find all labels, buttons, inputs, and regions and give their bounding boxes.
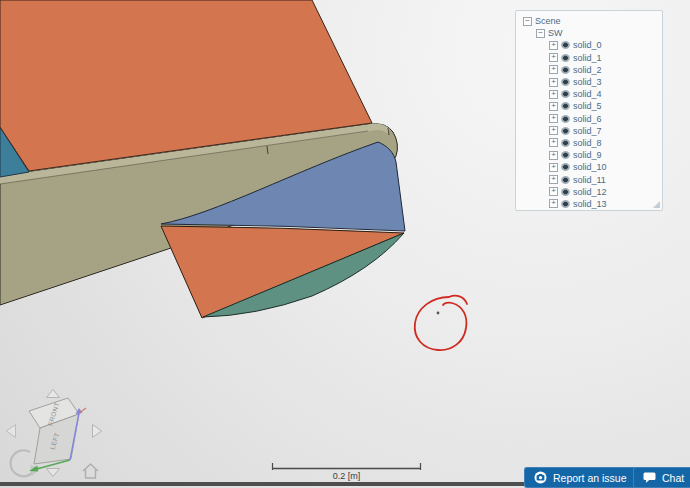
visibility-eye-icon[interactable] [561, 151, 570, 159]
tree-item-solid[interactable]: + solid_0 [516, 39, 662, 51]
view-arrow-right[interactable] [93, 425, 102, 438]
small-defect-dot [437, 312, 440, 315]
tree-item-scene[interactable]: − Scene [516, 15, 662, 27]
expand-icon[interactable]: + [549, 199, 558, 208]
tree-item-solid[interactable]: + solid_7 [516, 125, 662, 137]
visibility-eye-icon[interactable] [561, 90, 570, 98]
camera-icon [534, 471, 547, 484]
annotation-red-circle [415, 296, 467, 350]
tree-item-solid[interactable]: + solid_11 [516, 173, 662, 185]
report-issue-label: Report an issue [553, 472, 627, 484]
visibility-eye-icon[interactable] [561, 66, 570, 74]
scale-bar [272, 463, 421, 470]
tree-item-solid[interactable]: + solid_13 [516, 198, 662, 210]
expand-icon[interactable]: + [549, 151, 558, 160]
tree-item-label: solid_4 [573, 89, 602, 99]
tree-item-label: SW [548, 28, 563, 38]
expand-icon[interactable]: + [549, 65, 558, 74]
tree-item-label: solid_13 [573, 199, 607, 209]
visibility-eye-icon[interactable] [561, 54, 570, 62]
visibility-eye-icon[interactable] [561, 200, 570, 208]
tree-item-sw-group[interactable]: − SW [516, 27, 662, 39]
view-arrow-up[interactable] [47, 390, 60, 398]
collapse-icon[interactable]: − [523, 17, 532, 26]
expand-icon[interactable]: + [549, 78, 558, 87]
expand-icon[interactable]: + [549, 163, 558, 172]
expand-icon[interactable]: + [549, 175, 558, 184]
tree-item-solid[interactable]: + solid_8 [516, 137, 662, 149]
tree-item-label: Scene [535, 16, 561, 26]
rotate-view-icon[interactable] [11, 450, 34, 476]
expand-icon[interactable]: + [549, 53, 558, 62]
tree-item-label: solid_5 [573, 101, 602, 111]
scene-tree-solids: + solid_0 + solid_1 + solid_2 + solid_3 … [516, 39, 662, 210]
chat-bubble-icon [643, 472, 656, 483]
home-view-icon[interactable] [83, 464, 98, 478]
report-issue-button[interactable]: Report an issue [524, 467, 637, 488]
tree-item-label: solid_11 [573, 175, 606, 185]
tree-item-label: solid_3 [573, 77, 602, 87]
visibility-eye-icon[interactable] [561, 41, 570, 49]
visibility-eye-icon[interactable] [561, 163, 570, 171]
tree-item-label: solid_9 [573, 150, 602, 160]
visibility-eye-icon[interactable] [561, 127, 570, 135]
expand-icon[interactable]: + [549, 41, 558, 50]
tree-item-solid[interactable]: + solid_12 [516, 186, 662, 198]
visibility-eye-icon[interactable] [561, 176, 570, 184]
tree-item-solid[interactable]: + solid_1 [516, 52, 662, 64]
expand-icon[interactable]: + [549, 90, 558, 99]
panel-resize-grip[interactable] [653, 201, 660, 208]
chat-label: Chat [662, 472, 684, 484]
tree-item-label: solid_8 [573, 138, 602, 148]
tree-item-label: solid_1 [573, 53, 602, 63]
tree-item-label: solid_7 [573, 126, 602, 136]
tree-item-solid[interactable]: + solid_2 [516, 64, 662, 76]
visibility-eye-icon[interactable] [561, 115, 570, 123]
view-arrow-down[interactable] [47, 469, 60, 477]
expand-icon[interactable]: + [549, 187, 558, 196]
collapse-icon[interactable]: − [536, 29, 545, 38]
tree-item-label: solid_12 [573, 187, 607, 197]
visibility-eye-icon[interactable] [561, 188, 570, 196]
visibility-eye-icon[interactable] [561, 102, 570, 110]
tree-item-label: solid_2 [573, 65, 602, 75]
expand-icon[interactable]: + [549, 114, 558, 123]
tree-item-solid[interactable]: + solid_9 [516, 149, 662, 161]
view-arrow-left[interactable] [7, 425, 16, 438]
scene-tree-panel: − Scene − SW + solid_0 + solid_1 + solid… [515, 10, 663, 211]
cad-viewer-window: FRONT LEFT 0.2 [m] − Scene − SW [0, 0, 690, 488]
scale-bar-label: 0.2 [m] [272, 471, 421, 481]
tree-item-solid[interactable]: + solid_5 [516, 100, 662, 112]
visibility-eye-icon[interactable] [561, 139, 570, 147]
tree-item-solid[interactable]: + solid_6 [516, 113, 662, 125]
tree-item-solid[interactable]: + solid_10 [516, 161, 662, 173]
tree-item-label: solid_10 [573, 162, 607, 172]
tree-item-solid[interactable]: + solid_4 [516, 88, 662, 100]
tree-item-solid[interactable]: + solid_3 [516, 76, 662, 88]
expand-icon[interactable]: + [549, 126, 558, 135]
tree-item-label: solid_6 [573, 114, 602, 124]
visibility-eye-icon[interactable] [561, 78, 570, 86]
expand-icon[interactable]: + [549, 138, 558, 147]
chat-button[interactable]: Chat [633, 467, 690, 488]
tree-item-label: solid_0 [573, 40, 602, 50]
expand-icon[interactable]: + [549, 102, 558, 111]
